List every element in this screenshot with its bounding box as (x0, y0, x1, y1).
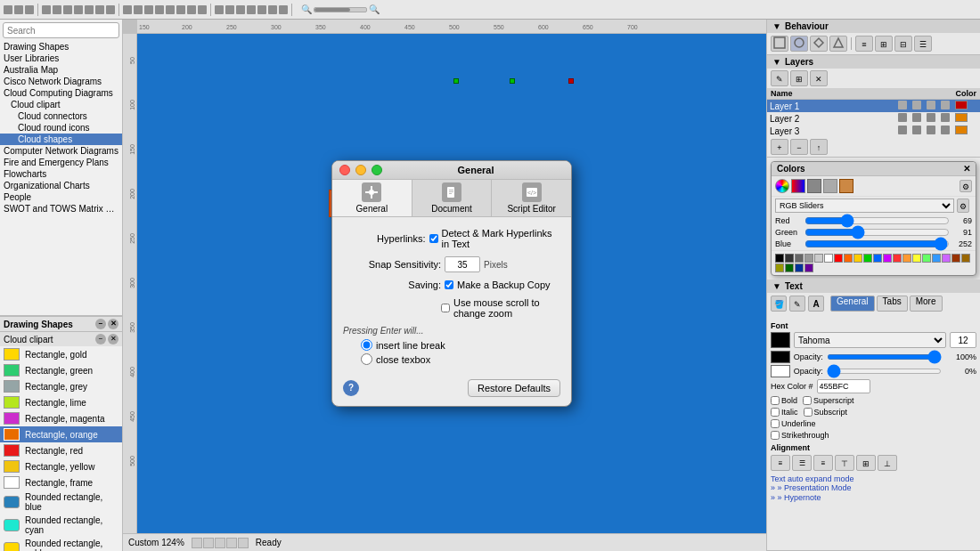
dialog-tab-script[interactable]: </> Script Editor (492, 180, 571, 216)
swatch-black[interactable] (775, 254, 784, 263)
saving-checkbox[interactable] (445, 280, 453, 289)
sidebar-item-cloud-round[interactable]: Cloud round icons (0, 122, 122, 134)
opacity-color-2[interactable] (771, 365, 790, 377)
layers-add-btn[interactable]: + (771, 139, 788, 155)
sidebar-item-fire[interactable]: Fire and Emergency Plans (0, 157, 122, 168)
opacity-slider-2[interactable] (827, 369, 942, 374)
toolbar-icon-9[interactable] (95, 5, 104, 14)
sidebar-item-cloud-shapes[interactable]: Cloud shapes (0, 134, 122, 145)
sidebar-item-cisco[interactable]: Cisco Network Diagrams (0, 76, 122, 87)
layers-btn-2[interactable]: ⊞ (790, 70, 808, 86)
shape-item-round-blue[interactable]: Rounded rectangle, blue (0, 490, 122, 514)
shape-item-rect-grey[interactable]: Rectangle, grey (0, 378, 122, 394)
underline-checkbox[interactable] (771, 419, 780, 428)
sidebar-item-people[interactable]: People (0, 191, 122, 203)
swatch-orange[interactable] (844, 254, 853, 263)
color-gradient-icon[interactable] (791, 179, 805, 193)
swatch-olive[interactable] (775, 263, 784, 272)
sidebar-item-user-libraries[interactable]: User Libraries (0, 53, 122, 64)
swatch-blue1[interactable] (873, 254, 882, 263)
sidebar-item-cloud-clipart[interactable]: Cloud clipart (0, 99, 122, 110)
help-button[interactable]: ? (343, 380, 359, 396)
toolbar-icon-15[interactable] (166, 5, 175, 14)
toolbar-icon-17[interactable] (187, 5, 196, 14)
hyperlinks-checkbox[interactable] (429, 234, 438, 243)
align-bottom-btn[interactable]: ⊥ (878, 455, 897, 471)
toolbar-icon-20[interactable] (225, 5, 234, 14)
page-btn-3[interactable] (215, 538, 225, 548)
layers-btn-1[interactable]: ✎ (771, 70, 788, 86)
shape-item-rect-red[interactable]: Rectangle, red (0, 442, 122, 458)
color-custom-icon[interactable] (839, 179, 853, 193)
swatch-orange2[interactable] (902, 254, 911, 263)
color-palette-icon[interactable] (807, 179, 821, 193)
shape-item-rect-magenta[interactable]: Rectangle, magenta (0, 410, 122, 426)
presentation-mode-link[interactable]: » Presentation Mode (771, 483, 976, 492)
page-btn-2[interactable] (203, 538, 214, 548)
font-btn[interactable]: A (808, 296, 824, 312)
behaviour-btn-1[interactable] (771, 36, 788, 52)
swatch-purple2[interactable] (942, 254, 951, 263)
layers-del-btn[interactable]: − (790, 139, 808, 155)
snap-input[interactable] (445, 256, 480, 272)
zoom-slider[interactable] (314, 7, 367, 12)
swatch-brown2[interactable] (961, 254, 970, 263)
shape-item-rect-gold[interactable]: Rectangle, gold (0, 346, 122, 362)
behaviour-btn-8[interactable]: ☰ (914, 36, 932, 52)
toolbar-icon-4[interactable] (42, 5, 51, 14)
swatch-red1[interactable] (834, 254, 843, 263)
swatch-dark1[interactable] (785, 254, 794, 263)
swatch-white[interactable] (824, 254, 833, 263)
opacity-color-1[interactable] (771, 351, 790, 363)
shape-item-rect-frame[interactable]: Rectangle, frame (0, 474, 122, 490)
page-btn-1[interactable] (192, 538, 202, 548)
toolbar-icon-5[interactable] (53, 5, 61, 14)
sidebar-item-cloud-computing[interactable]: Cloud Computing Diagrams (0, 87, 122, 99)
toolbar-icon-22[interactable] (247, 5, 256, 14)
toolbar-icon-7[interactable] (74, 5, 83, 14)
swatch-green1[interactable] (863, 254, 872, 263)
swatch-green2[interactable] (922, 254, 931, 263)
italic-checkbox[interactable] (771, 408, 780, 417)
tab-general[interactable]: General (830, 296, 875, 312)
green-slider[interactable] (804, 229, 950, 236)
color-wheel-icon[interactable] (775, 179, 789, 193)
swatch-grey1[interactable] (804, 254, 813, 263)
align-top-btn[interactable]: ⊤ (835, 455, 854, 471)
dialog-close-btn[interactable] (339, 165, 350, 175)
shape-section-collapse[interactable]: − (95, 319, 106, 329)
color-crayons-icon[interactable] (823, 179, 837, 193)
align-middle-btn[interactable]: ⊞ (856, 455, 876, 471)
shape-item-round-gold[interactable]: Rounded rectangle, gold (0, 537, 122, 551)
behaviour-btn-7[interactable]: ⊟ (894, 36, 912, 52)
bold-checkbox[interactable] (771, 396, 780, 405)
hypernote-link[interactable]: » Hypernote (771, 493, 976, 502)
toolbar-icon-23[interactable] (257, 5, 266, 14)
font-size-input[interactable] (950, 332, 976, 348)
scroll-checkbox[interactable] (441, 304, 450, 312)
superscript-checkbox[interactable] (803, 396, 812, 405)
swatch-yellow1[interactable] (853, 254, 862, 263)
dialog-minimize-btn[interactable] (355, 165, 366, 175)
behaviour-btn-5[interactable]: ≡ (855, 36, 873, 52)
swatch-purple[interactable] (883, 254, 892, 263)
page-btn-5[interactable] (238, 538, 249, 548)
toolbar-icon-12[interactable] (134, 5, 143, 14)
toolbar-icon-2[interactable] (14, 5, 23, 14)
swatch-dkgreen[interactable] (785, 263, 794, 272)
behaviour-btn-6[interactable]: ⊞ (875, 36, 893, 52)
swatch-yellow2[interactable] (912, 254, 921, 263)
toolbar-icon-18[interactable] (198, 5, 207, 14)
swatch-violet[interactable] (804, 263, 813, 272)
toolbar-icon-16[interactable] (176, 5, 185, 14)
toolbar-icon-25[interactable] (279, 5, 288, 14)
sidebar-item-swot[interactable]: SWOT and TOWS Matrix Diagrams (0, 203, 122, 215)
sidebar-item-australia-map[interactable]: Australia Map (0, 64, 122, 76)
page-btn-4[interactable] (226, 538, 237, 548)
toolbar-icon-8[interactable] (85, 5, 94, 14)
restore-defaults-button[interactable]: Restore Defaults (468, 379, 560, 397)
align-left-btn[interactable]: ≡ (771, 455, 790, 471)
shape-item-rect-green[interactable]: Rectangle, green (0, 362, 122, 378)
toolbar-icon-24[interactable] (268, 5, 277, 14)
shape-section2-collapse[interactable]: − (95, 334, 106, 344)
